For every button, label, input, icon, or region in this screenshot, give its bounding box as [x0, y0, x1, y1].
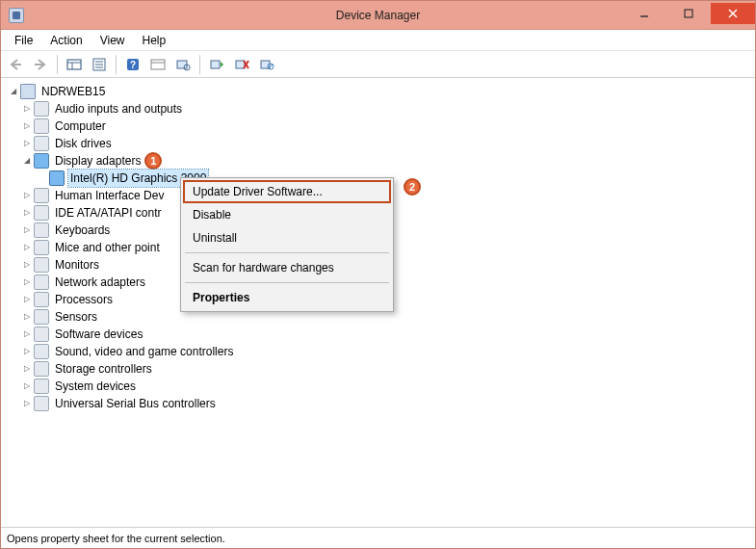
expand-icon[interactable]: ▷ [20, 241, 34, 254]
collapse-icon[interactable]: ◢ [20, 154, 34, 168]
expand-icon[interactable]: ▷ [20, 102, 34, 116]
toolbar: ? [1, 51, 755, 78]
separator-icon [116, 55, 117, 74]
audio-icon [34, 101, 49, 117]
scan-hardware-icon[interactable] [172, 54, 194, 75]
window-buttons [622, 3, 755, 24]
system-icon [34, 379, 49, 394]
tree-item[interactable]: ▷System devices [3, 378, 753, 395]
svg-rect-6 [67, 60, 81, 69]
processor-icon [34, 292, 49, 307]
context-menu: Update Driver Software... Disable Uninst… [180, 177, 394, 312]
svg-rect-1 [685, 10, 692, 17]
menu-uninstall[interactable]: Uninstall [183, 226, 391, 249]
expand-icon[interactable]: ▷ [20, 345, 34, 358]
root-label: NDRWEB15 [39, 83, 107, 100]
device-manager-window: Device Manager File Action View Help ? [0, 0, 756, 549]
collapse-icon[interactable]: ◢ [7, 85, 20, 98]
expand-icon[interactable]: ▷ [20, 379, 34, 393]
usb-icon [34, 396, 49, 411]
tree-item[interactable]: ▷Storage controllers [3, 360, 753, 378]
expand-icon[interactable]: ▷ [20, 119, 34, 133]
menu-scan-hardware[interactable]: Scan for hardware changes [183, 256, 391, 279]
computer-category-icon [34, 118, 49, 134]
expand-icon[interactable]: ▷ [20, 327, 34, 341]
tree-item[interactable]: ▷Disk drives [3, 135, 753, 152]
sensor-icon [34, 309, 49, 325]
ide-icon [34, 205, 49, 221]
menu-help[interactable]: Help [135, 32, 174, 49]
forward-button[interactable] [30, 54, 51, 75]
svg-rect-15 [151, 60, 165, 69]
expand-icon[interactable]: ▷ [20, 397, 34, 410]
disk-icon [34, 136, 49, 151]
expand-icon[interactable]: ▷ [20, 137, 34, 150]
titlebar[interactable]: Device Manager [1, 1, 755, 30]
menu-update-driver[interactable]: Update Driver Software... [183, 180, 391, 203]
back-button[interactable] [5, 54, 26, 75]
expand-icon[interactable]: ▷ [20, 310, 34, 324]
minimize-button[interactable] [622, 3, 666, 24]
software-icon [34, 327, 49, 342]
tree-item[interactable]: ▷Sound, video and game controllers [3, 343, 753, 360]
properties-icon[interactable] [89, 54, 110, 75]
separator-icon [57, 55, 58, 74]
expand-icon[interactable]: ▷ [20, 362, 34, 376]
callout-1: 1 [144, 152, 162, 170]
monitor-icon [34, 257, 49, 273]
menu-separator [185, 282, 389, 283]
content-area: ◢ NDRWEB15 ▷Audio inputs and outputs ▷Co… [1, 78, 755, 527]
menu-file[interactable]: File [7, 32, 40, 49]
expand-icon[interactable]: ▷ [20, 223, 34, 237]
status-text: Opens property sheet for the current sel… [7, 533, 225, 544]
tree-root[interactable]: ◢ NDRWEB15 [3, 83, 753, 100]
menu-properties[interactable]: Properties [183, 286, 391, 309]
maximize-button[interactable] [666, 3, 711, 24]
help-icon[interactable]: ? [122, 54, 143, 75]
menu-separator [185, 252, 389, 253]
expand-icon[interactable]: ▷ [20, 293, 34, 306]
tree-item[interactable]: ▷Universal Serial Bus controllers [3, 395, 753, 412]
menubar: File Action View Help [1, 30, 755, 51]
action-icon[interactable] [147, 54, 169, 75]
uninstall-icon[interactable] [231, 54, 252, 75]
svg-rect-19 [211, 61, 220, 68]
gpu-icon [49, 170, 65, 186]
expand-icon[interactable]: ▷ [20, 206, 34, 220]
display-adapter-icon [34, 153, 49, 169]
tree-item[interactable]: ▷Audio inputs and outputs [3, 100, 753, 118]
menu-disable[interactable]: Disable [183, 203, 391, 226]
close-button[interactable] [711, 3, 755, 24]
app-icon [9, 8, 24, 23]
expand-icon[interactable]: ▷ [20, 275, 34, 289]
disable-icon[interactable] [256, 54, 277, 75]
callout-2: 2 [404, 178, 421, 196]
tree-item-display-adapters[interactable]: ◢Display adapters1 [3, 152, 753, 170]
keyboard-icon [34, 222, 49, 238]
device-tree[interactable]: ◢ NDRWEB15 ▷Audio inputs and outputs ▷Co… [3, 83, 753, 412]
sound-icon [34, 344, 49, 359]
storage-icon [34, 361, 49, 377]
tree-item[interactable]: ▷Computer [3, 118, 753, 135]
expand-icon[interactable]: ▷ [20, 258, 34, 272]
network-icon [34, 274, 49, 290]
svg-text:?: ? [130, 60, 136, 70]
update-driver-icon[interactable] [206, 54, 227, 75]
hid-icon [34, 188, 49, 203]
menu-action[interactable]: Action [42, 32, 90, 49]
mouse-icon [34, 240, 49, 255]
computer-icon [20, 84, 36, 99]
tree-item[interactable]: ▷Software devices [3, 326, 753, 343]
show-hide-console-icon[interactable] [64, 54, 85, 75]
separator-icon [199, 55, 200, 74]
statusbar: Opens property sheet for the current sel… [1, 527, 755, 548]
expand-icon[interactable]: ▷ [20, 189, 34, 202]
menu-view[interactable]: View [92, 32, 133, 49]
